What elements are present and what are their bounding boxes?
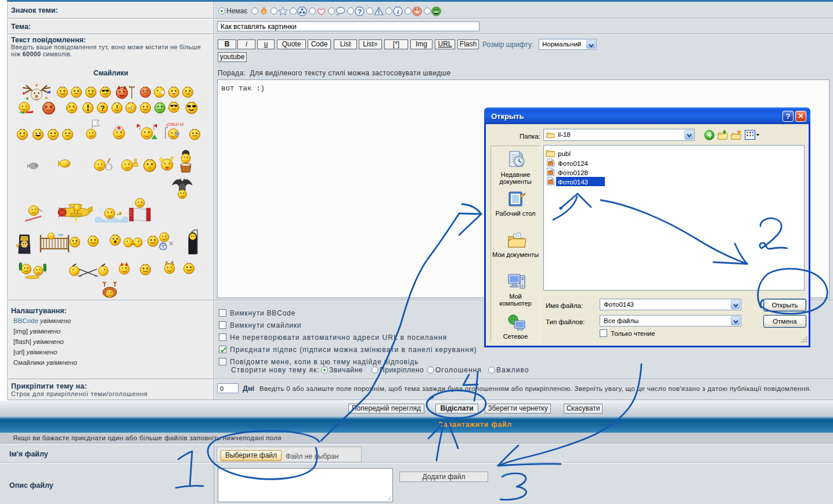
svg-text:¡OSU! H: ¡OSU! H (166, 122, 183, 127)
svg-text:?: ? (358, 8, 362, 15)
svg-text:?: ? (100, 104, 105, 113)
